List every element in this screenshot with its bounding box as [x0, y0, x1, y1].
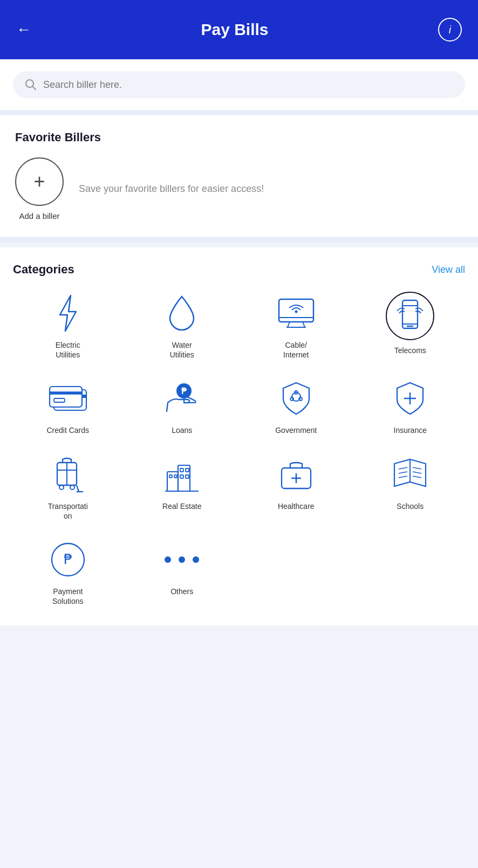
water-utilities-icon [160, 292, 203, 335]
add-biller-button[interactable]: + Add a biller [15, 157, 64, 221]
category-label: Others [170, 587, 193, 596]
section-divider [0, 110, 478, 115]
category-cable-internet[interactable]: Cable/Internet [241, 292, 351, 360]
search-section [0, 59, 478, 110]
svg-text:₱: ₱ [63, 551, 72, 567]
svg-line-49 [413, 467, 421, 469]
svg-rect-38 [186, 475, 189, 478]
svg-point-8 [295, 311, 297, 313]
category-label: Credit Cards [46, 425, 89, 435]
svg-point-55 [179, 556, 185, 563]
payment-solutions-icon: ₱ [46, 538, 90, 581]
svg-rect-15 [50, 387, 82, 407]
category-label: ElectricUtilities [56, 340, 80, 360]
svg-line-46 [399, 467, 407, 469]
svg-line-6 [303, 322, 305, 327]
categories-title: Categories [13, 263, 74, 277]
transportation-icon [46, 453, 90, 496]
search-icon [25, 79, 37, 91]
svg-line-48 [399, 476, 407, 478]
svg-point-54 [165, 556, 171, 563]
credit-cards-icon [46, 377, 90, 420]
category-transportation[interactable]: Transportation [13, 453, 123, 521]
svg-rect-40 [174, 475, 177, 478]
svg-rect-37 [180, 475, 183, 478]
svg-line-50 [413, 472, 421, 473]
category-label: Insurance [394, 425, 427, 435]
svg-line-1 [33, 87, 36, 90]
category-label: Telecoms [394, 346, 426, 355]
category-label: Loans [172, 425, 192, 435]
loans-icon: ₱ [160, 377, 203, 420]
category-water-utilities[interactable]: WaterUtilities [127, 292, 237, 360]
search-input[interactable] [43, 79, 453, 91]
svg-rect-35 [180, 469, 183, 472]
svg-point-29 [59, 485, 64, 490]
category-healthcare[interactable]: Healthcare [241, 453, 351, 521]
svg-text:₱: ₱ [181, 387, 187, 396]
category-loans[interactable]: ₱ Loans [127, 377, 237, 435]
favorites-title: Favorite Billers [15, 130, 463, 144]
category-insurance[interactable]: Insurance [356, 377, 466, 435]
categories-section: Categories View all ElectricUtilities Wa… [0, 247, 478, 625]
telecoms-icon [386, 292, 434, 340]
category-label: Healthcare [278, 501, 315, 511]
search-box [13, 71, 465, 98]
government-icon [275, 377, 318, 420]
category-label: PaymentSolutions [52, 587, 84, 606]
category-electric-utilities[interactable]: ElectricUtilities [13, 292, 123, 360]
back-button[interactable]: ← [16, 21, 31, 38]
svg-point-56 [193, 556, 199, 563]
electric-utilities-icon [46, 292, 90, 335]
category-label: Schools [397, 501, 424, 511]
category-payment-solutions[interactable]: ₱ PaymentSolutions [13, 538, 123, 606]
real-estate-icon [160, 453, 203, 496]
add-biller-label: Add a biller [19, 211, 59, 221]
category-real-estate[interactable]: Real Estate [127, 453, 237, 521]
svg-line-51 [413, 476, 421, 478]
category-label: Government [275, 425, 317, 435]
view-all-button[interactable]: View all [432, 264, 465, 275]
favorites-description: Save your favorite billers for easier ac… [79, 182, 264, 196]
category-label: Cable/Internet [283, 340, 309, 360]
svg-rect-36 [186, 469, 189, 472]
svg-point-30 [70, 485, 74, 490]
category-label: Transportation [48, 501, 88, 521]
category-government[interactable]: Government [241, 377, 351, 435]
insurance-icon [388, 377, 432, 420]
svg-line-5 [288, 322, 290, 327]
cable-internet-icon [275, 292, 318, 335]
svg-marker-2 [60, 295, 76, 331]
category-others[interactable]: Others [127, 538, 237, 606]
add-circle-icon: + [15, 157, 64, 206]
favorites-content: + Add a biller Save your favorite biller… [15, 157, 463, 221]
category-label: WaterUtilities [170, 340, 194, 360]
healthcare-icon [275, 453, 318, 496]
svg-rect-39 [169, 475, 172, 478]
categories-header: Categories View all [13, 263, 465, 277]
category-schools[interactable]: Schools [356, 453, 466, 521]
favorites-section: Favorite Billers + Add a biller Save you… [0, 115, 478, 237]
header: ← Pay Bills i [0, 0, 478, 59]
category-label: Real Estate [162, 501, 201, 511]
svg-line-31 [77, 485, 79, 492]
info-button[interactable]: i [438, 18, 462, 42]
schools-icon [388, 453, 432, 496]
category-telecoms[interactable]: Telecoms [356, 292, 466, 360]
svg-line-47 [399, 472, 407, 473]
page-title: Pay Bills [201, 20, 268, 39]
others-icon [160, 538, 203, 581]
category-credit-cards[interactable]: Credit Cards [13, 377, 123, 435]
section-divider-2 [0, 237, 478, 242]
categories-grid: ElectricUtilities WaterUtilities [13, 292, 465, 606]
